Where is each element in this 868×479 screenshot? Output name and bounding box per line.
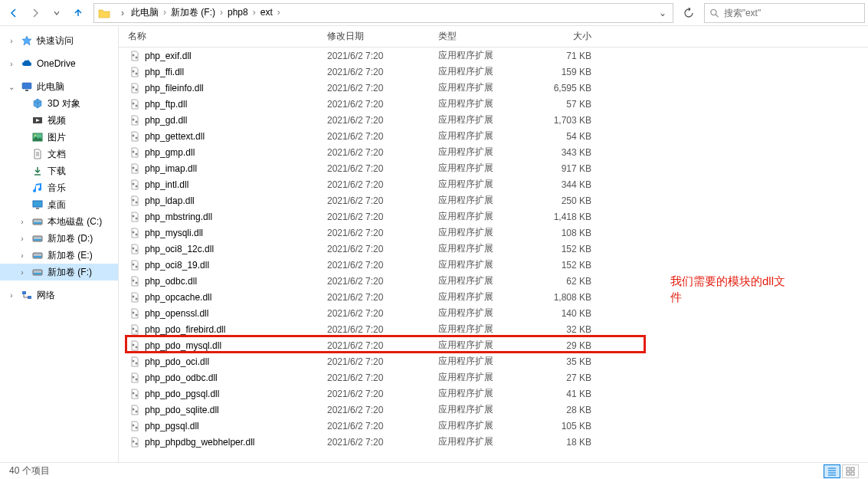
svg-rect-11 (33, 201, 42, 207)
breadcrumb-segment[interactable]: 此电脑 (129, 7, 160, 18)
column-type[interactable]: 类型 (438, 30, 530, 43)
sidebar-item[interactable]: 音乐 (0, 179, 118, 196)
file-name: php_oci8_12c.dll (145, 244, 327, 254)
chevron-right-icon[interactable]: › (6, 291, 17, 300)
sidebar-item[interactable]: 视频 (0, 112, 118, 129)
file-row[interactable]: php_pdo_mysql.dll2021/6/2 7:20应用程序扩展29 K… (119, 337, 868, 353)
file-row[interactable]: php_gettext.dll2021/6/2 7:20应用程序扩展54 KB (119, 128, 868, 144)
address-bar[interactable]: › 此电脑›新加卷 (F:)›php8›ext› ⌄ (93, 3, 673, 23)
file-row[interactable]: php_pgsql.dll2021/6/2 7:20应用程序扩展105 KB (119, 418, 868, 434)
file-row[interactable]: php_oci8_19.dll2021/6/2 7:20应用程序扩展152 KB (119, 257, 868, 273)
file-row[interactable]: php_pdo_oci.dll2021/6/2 7:20应用程序扩展35 KB (119, 353, 868, 369)
chevron-right-icon[interactable]: › (17, 268, 28, 277)
sidebar-network[interactable]: › 网络 (0, 287, 118, 303)
chevron-down-icon[interactable]: ⌄ (6, 83, 17, 91)
svg-rect-79 (847, 468, 850, 471)
file-row[interactable]: php_gd.dll2021/6/2 7:20应用程序扩展1,703 KB (119, 112, 868, 128)
chevron-right-icon[interactable]: › (17, 251, 28, 260)
chevron-right-icon[interactable]: › (17, 218, 28, 226)
file-type: 应用程序扩展 (438, 323, 530, 336)
file-date: 2021/6/2 7:20 (327, 372, 438, 383)
sidebar-item[interactable]: ›新加卷 (E:) (0, 247, 118, 264)
file-row[interactable]: php_ftp.dll2021/6/2 7:20应用程序扩展57 KB (119, 96, 868, 112)
column-size[interactable]: 大小 (530, 30, 591, 43)
refresh-button[interactable] (678, 3, 699, 23)
chevron-right-icon[interactable]: › (274, 7, 283, 18)
svg-point-35 (133, 134, 135, 136)
svg-point-31 (133, 102, 135, 104)
file-name: php_pdo_firebird.dll (145, 324, 327, 335)
chevron-right-icon[interactable]: › (160, 7, 169, 18)
file-date: 2021/6/2 7:20 (327, 324, 438, 335)
file-row[interactable]: php_pdo_odbc.dll2021/6/2 7:20应用程序扩展27 KB (119, 369, 868, 385)
file-row[interactable]: php_imap.dll2021/6/2 7:20应用程序扩展917 KB (119, 160, 868, 176)
star-icon (20, 34, 34, 48)
breadcrumb-segment[interactable]: 新加卷 (F:) (169, 7, 217, 18)
chevron-right-icon[interactable]: › (17, 235, 28, 243)
file-list[interactable]: php_exif.dll2021/6/2 7:20应用程序扩展71 KBphp_… (119, 48, 868, 461)
file-row[interactable]: php_intl.dll2021/6/2 7:20应用程序扩展344 KB (119, 176, 868, 192)
nav-up-button[interactable] (67, 2, 89, 24)
file-row[interactable]: php_gmp.dll2021/6/2 7:20应用程序扩展343 KB (119, 144, 868, 160)
column-name[interactable]: 名称 (128, 30, 327, 43)
sidebar-item[interactable]: ›新加卷 (D:) (0, 230, 118, 247)
chevron-right-icon[interactable]: › (6, 37, 17, 45)
file-name: php_oci8_19.dll (145, 260, 327, 271)
nav-forward-button[interactable] (25, 2, 46, 24)
chevron-right-icon[interactable]: › (6, 60, 17, 68)
view-details-button[interactable] (824, 464, 840, 478)
sidebar-item[interactable]: 图片 (0, 129, 118, 146)
nav-recent-dropdown[interactable] (46, 2, 67, 24)
file-row[interactable]: php_mysqli.dll2021/6/2 7:20应用程序扩展108 KB (119, 225, 868, 241)
file-row[interactable]: php_pdo_firebird.dll2021/6/2 7:20应用程序扩展3… (119, 321, 868, 337)
sidebar-item-label: 下载 (47, 165, 66, 178)
file-row[interactable]: php_mbstring.dll2021/6/2 7:20应用程序扩展1,418… (119, 208, 868, 225)
file-row[interactable]: php_ffi.dll2021/6/2 7:20应用程序扩展159 KB (119, 64, 868, 80)
svg-point-60 (136, 330, 138, 332)
column-date[interactable]: 修改日期 (327, 30, 438, 43)
svg-point-50 (136, 249, 138, 251)
search-input[interactable] (724, 8, 860, 18)
file-row[interactable]: php_pdo_sqlite.dll2021/6/2 7:20应用程序扩展28 … (119, 402, 868, 418)
svg-point-63 (133, 359, 135, 362)
sidebar-item[interactable]: 文档 (0, 146, 118, 162)
nav-back-button[interactable] (3, 2, 25, 24)
sidebar-this-pc[interactable]: ⌄ 此电脑 (0, 78, 118, 95)
sidebar-item[interactable]: ›新加卷 (F:) (0, 264, 118, 281)
sidebar-onedrive[interactable]: › OneDrive (0, 55, 118, 72)
file-size: 29 KB (530, 340, 591, 351)
svg-point-57 (133, 311, 135, 313)
file-name: php_pdo_sqlite.dll (145, 405, 327, 415)
sidebar-item[interactable]: 下载 (0, 162, 118, 179)
file-row[interactable]: php_exif.dll2021/6/2 7:20应用程序扩展71 KB (119, 48, 868, 64)
search-box[interactable] (704, 3, 865, 23)
chevron-right-icon[interactable]: › (116, 8, 129, 18)
chevron-right-icon[interactable]: › (250, 7, 259, 18)
file-row[interactable]: php_phpdbg_webhelper.dll2021/6/2 7:20应用程… (119, 434, 868, 450)
breadcrumb-segment[interactable]: ext (259, 7, 274, 18)
svg-point-73 (133, 440, 135, 442)
sidebar-item[interactable]: ›本地磁盘 (C:) (0, 213, 118, 230)
file-name: php_ftp.dll (145, 99, 327, 110)
address-dropdown-icon[interactable]: ⌄ (656, 8, 670, 18)
sidebar-quick-access[interactable]: › 快速访问 (0, 32, 118, 49)
file-type: 应用程序扩展 (438, 307, 530, 320)
chevron-right-icon[interactable]: › (217, 7, 226, 18)
item-icon (31, 265, 44, 279)
file-row[interactable]: php_pdo_pgsql.dll2021/6/2 7:20应用程序扩展41 K… (119, 385, 868, 402)
svg-point-42 (136, 185, 138, 187)
file-row[interactable]: php_ldap.dll2021/6/2 7:20应用程序扩展250 KB (119, 192, 868, 208)
file-size: 54 KB (530, 131, 591, 142)
svg-point-46 (136, 217, 138, 219)
svg-point-52 (136, 265, 138, 267)
svg-point-33 (133, 118, 135, 120)
file-row[interactable]: php_openssl.dll2021/6/2 7:20应用程序扩展140 KB (119, 305, 868, 321)
file-row[interactable]: php_fileinfo.dll2021/6/2 7:20应用程序扩展6,595… (119, 80, 868, 96)
file-size: 71 KB (530, 51, 591, 61)
sidebar-item[interactable]: 桌面 (0, 196, 118, 213)
breadcrumb-segment[interactable]: php8 (226, 7, 250, 18)
view-thumbnails-button[interactable] (842, 464, 859, 478)
sidebar-item[interactable]: 3D 对象 (0, 95, 118, 112)
file-row[interactable]: php_oci8_12c.dll2021/6/2 7:20应用程序扩展152 K… (119, 241, 868, 257)
file-type: 应用程序扩展 (438, 194, 530, 207)
